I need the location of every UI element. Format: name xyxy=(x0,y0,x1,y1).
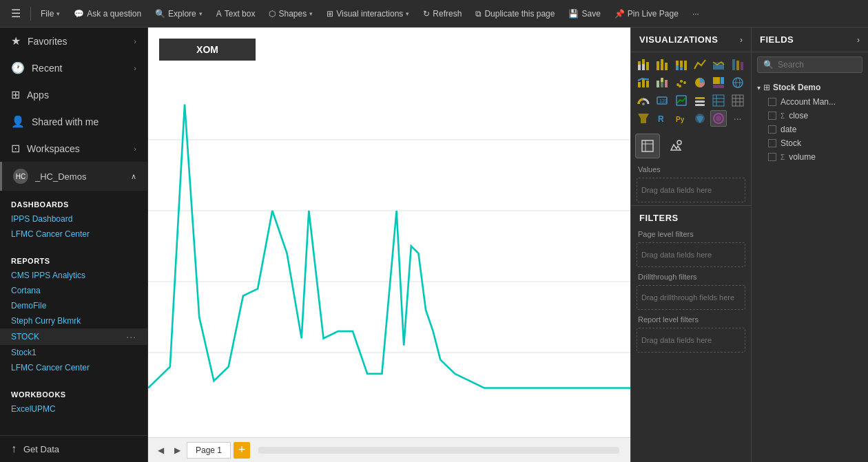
viz-table-icon[interactable] xyxy=(710,92,727,109)
sidebar-item-recent[interactable]: 🕐 Recent › xyxy=(0,54,147,81)
svg-rect-46 xyxy=(695,104,705,106)
stock-item[interactable]: STOCK ··· xyxy=(0,328,147,345)
page-level-drop-zone[interactable]: Drag data fields here xyxy=(637,242,745,267)
add-page-button[interactable]: + xyxy=(234,442,250,459)
visual-icon: ⊞ xyxy=(327,9,333,19)
viz-more-icon[interactable]: ··· xyxy=(730,110,746,127)
page-prev-arrow[interactable]: ◀ xyxy=(154,443,167,457)
save-button[interactable]: 💾 Save xyxy=(563,6,606,21)
refresh-button[interactable]: ↻ Refresh xyxy=(417,6,467,21)
viz-line-chart-icon[interactable] xyxy=(692,56,708,73)
report-level-drop-zone[interactable]: Drag data fields here xyxy=(637,328,745,353)
page-next-arrow[interactable]: ▶ xyxy=(170,443,184,457)
viz-card-icon[interactable]: 123 xyxy=(654,92,670,109)
ipps-dashboard-item[interactable]: IPPS Dashboard xyxy=(0,211,147,227)
viz-pie-icon[interactable] xyxy=(692,74,708,91)
hc-demos-header[interactable]: HC _HC_Demos ∧ xyxy=(0,162,147,191)
volume-checkbox[interactable] xyxy=(768,153,776,161)
stock-options-icon[interactable]: ··· xyxy=(126,331,136,342)
hamburger-icon[interactable]: ☰ xyxy=(6,4,26,23)
field-stock[interactable]: Stock xyxy=(752,136,868,150)
viz-treemap-icon[interactable] xyxy=(710,74,727,91)
page-navigation: ◀ ▶ Page 1 + xyxy=(148,437,630,462)
viz-ribbon-chart-icon[interactable] xyxy=(730,56,746,73)
chart-area xyxy=(148,69,630,423)
viz-scatter-icon[interactable] xyxy=(673,74,690,91)
textbox-button[interactable]: A Text box xyxy=(211,6,261,21)
viz-stacked-bar-icon[interactable] xyxy=(635,56,652,73)
viz-kpi-icon[interactable] xyxy=(673,92,690,109)
get-data-item[interactable]: ↑ Get Data xyxy=(0,436,147,462)
viz-map-icon[interactable] xyxy=(730,74,746,91)
viz-gauge-icon[interactable] xyxy=(635,92,652,109)
ask-question-button[interactable]: 💬 Ask a question xyxy=(68,6,147,21)
pin-live-page-button[interactable]: 📌 Pin Live Page xyxy=(609,6,684,21)
shapes-label: Shapes xyxy=(278,9,307,19)
viz-icons-grid: 123 R Py xyxy=(631,52,751,131)
visual-interactions-button[interactable]: ⊞ Visual interactions ▾ xyxy=(321,6,415,21)
field-account-man[interactable]: Account Man... xyxy=(752,95,868,109)
stock-checkbox[interactable] xyxy=(768,139,776,147)
fields-tree: ▾ ⊞ Stock Demo Account Man... Σ close da… xyxy=(752,77,868,462)
viz-waterfall-icon[interactable] xyxy=(654,74,670,91)
workbooks-section: WORKBOOKS ExcelUPMC xyxy=(0,381,147,422)
cortana-item[interactable]: Cortana xyxy=(0,283,147,298)
viz-100pct-bar-icon[interactable] xyxy=(673,56,690,73)
shapes-button[interactable]: ⬡ Shapes ▾ xyxy=(263,6,318,21)
sidebar-item-workspaces[interactable]: ⊡ Workspaces › xyxy=(0,135,147,162)
explore-button[interactable]: 🔍 Explore ▾ xyxy=(149,6,208,21)
viz-expand-icon[interactable]: › xyxy=(740,35,743,45)
date-name: date xyxy=(781,125,796,134)
viz-r-icon[interactable]: R xyxy=(654,110,670,127)
refresh-icon: ↻ xyxy=(423,9,430,19)
fields-search-box[interactable]: 🔍 xyxy=(757,56,862,73)
page-1-tab[interactable]: Page 1 xyxy=(187,442,231,459)
viz-py-icon[interactable]: Py xyxy=(673,110,690,127)
viz-custom-icon[interactable] xyxy=(710,110,727,127)
lfmc-cancer-center-report-item[interactable]: LFMC Cancer Center xyxy=(0,360,147,375)
sidebar-item-shared[interactable]: 👤 Shared with me xyxy=(0,108,147,135)
sidebar-item-apps[interactable]: ⊞ Apps xyxy=(0,81,147,108)
duplicate-button[interactable]: ⧉ Duplicate this page xyxy=(470,6,560,21)
excelupmc-item[interactable]: ExcelUPMC xyxy=(0,401,147,417)
demofile-item[interactable]: DemoFile xyxy=(0,298,147,313)
viz-line-combo-icon[interactable] xyxy=(635,74,652,91)
field-close[interactable]: Σ close xyxy=(752,109,868,123)
account-man-checkbox[interactable] xyxy=(768,98,776,106)
viz-filled-map-icon[interactable] xyxy=(692,110,708,127)
viz-slicer-icon[interactable] xyxy=(692,92,708,109)
fields-search-input[interactable] xyxy=(778,60,856,70)
search-icon: 🔍 xyxy=(763,60,774,70)
fields-expand-icon[interactable]: › xyxy=(857,35,860,45)
steph-curry-item[interactable]: Steph Curry Bkmrk xyxy=(0,313,147,328)
reports-section: REPORTS CMS IPPS Analytics Cortana DemoF… xyxy=(0,247,147,381)
viz-matrix-icon[interactable] xyxy=(730,92,746,109)
cms-ipps-item[interactable]: CMS IPPS Analytics xyxy=(0,268,147,283)
viz-format-tool[interactable] xyxy=(663,134,688,158)
fields-group-stock-demo[interactable]: ▾ ⊞ Stock Demo xyxy=(752,80,868,95)
viz-fields-tool[interactable] xyxy=(635,134,660,158)
viz-funnel-icon[interactable] xyxy=(635,110,652,127)
sidebar-item-favorites[interactable]: ★ Favorites › xyxy=(0,28,147,54)
field-date[interactable]: date xyxy=(752,123,868,136)
viz-area-chart-icon[interactable] xyxy=(710,56,727,73)
svg-rect-5 xyxy=(638,65,641,70)
file-chevron: ▾ xyxy=(56,10,60,17)
field-volume[interactable]: Σ volume xyxy=(752,150,868,164)
close-checkbox[interactable] xyxy=(768,112,776,120)
canvas-content[interactable]: XOM xyxy=(148,28,630,437)
more-button[interactable]: ··· xyxy=(687,6,705,21)
favorites-icon: ★ xyxy=(11,34,21,48)
viz-bar-chart-icon[interactable] xyxy=(654,56,670,73)
explore-chevron: ▾ xyxy=(199,10,203,17)
values-drop-zone[interactable]: Drag data fields here xyxy=(637,178,745,202)
ask-icon: 💬 xyxy=(74,9,84,19)
file-menu-button[interactable]: File ▾ xyxy=(35,6,65,21)
canvas-scrollbar[interactable] xyxy=(258,447,619,454)
report-level-label: Report level filters xyxy=(631,313,751,325)
lfmc-cancer-center-dash-item[interactable]: LFMC Cancer Center xyxy=(0,227,147,242)
drillthrough-drop-zone[interactable]: Drag drillthrough fields here xyxy=(637,285,745,310)
values-label: Values xyxy=(631,161,751,175)
stock1-item[interactable]: Stock1 xyxy=(0,345,147,360)
date-checkbox[interactable] xyxy=(768,125,776,134)
